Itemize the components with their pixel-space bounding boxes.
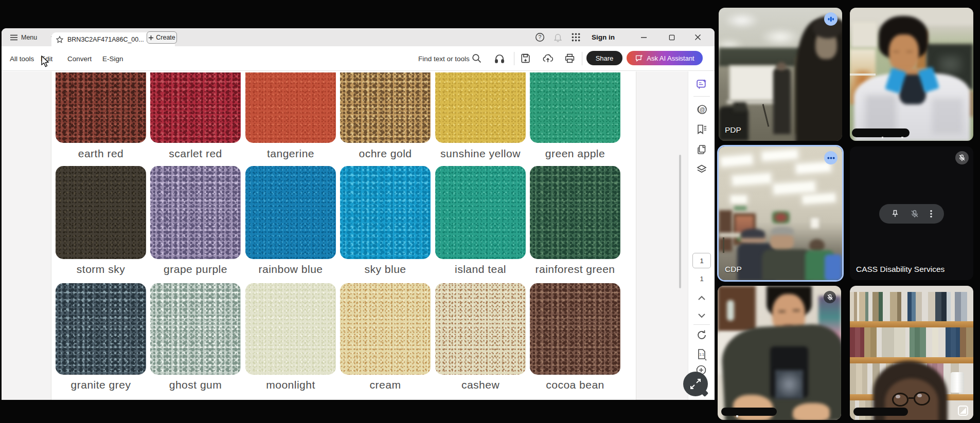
video-tile-cass[interactable]: CASS Disability Services <box>850 146 973 280</box>
rail-separator-2 <box>693 324 710 325</box>
swatch-texture <box>245 283 336 375</box>
swatch-scarlet-red: scarlet red <box>150 72 241 143</box>
window-close-button[interactable] <box>690 28 705 46</box>
menu-label: Menu <box>21 34 37 41</box>
swatch-grape-purple: grape purple <box>150 166 241 259</box>
menu-button[interactable]: Menu <box>10 28 37 46</box>
redacted-participant-name <box>852 128 910 137</box>
swatch-texture <box>340 72 431 143</box>
swatch-label: grape purple <box>150 263 241 275</box>
help-icon: ? <box>535 32 545 42</box>
swatch-texture <box>150 72 241 143</box>
swatch-moonlight: moonlight <box>245 283 336 375</box>
ai-assistant-panel-button[interactable] <box>696 78 708 90</box>
tab-esign[interactable]: E-Sign <box>102 46 123 71</box>
video-tile-participant-6[interactable] <box>850 286 973 420</box>
window-maximize-button[interactable] <box>664 28 680 46</box>
swatch-texture <box>435 72 526 143</box>
swatch-label: storm sky <box>56 263 146 275</box>
swatch-label: green apple <box>530 148 620 160</box>
swatch-rainbow-blue: rainbow blue <box>245 166 336 259</box>
search-icon[interactable] <box>471 53 483 64</box>
toolbar-separator <box>514 52 514 65</box>
rail-separator <box>693 96 710 97</box>
star-icon[interactable] <box>56 35 64 44</box>
create-label: Create <box>156 34 175 41</box>
tab-convert[interactable]: Convert <box>67 46 92 71</box>
participant-name: CDP <box>725 265 742 274</box>
participant-name: CASS Disability Services <box>856 265 945 274</box>
next-page-button[interactable] <box>696 309 708 322</box>
swatch-sunshine-yellow: sunshine yellow <box>435 72 526 143</box>
swatch-label: cocoa bean <box>530 379 620 391</box>
muted-indicator <box>955 151 969 164</box>
swatch-label: earth red <box>56 148 146 160</box>
picture-in-picture-icon[interactable] <box>958 406 968 416</box>
pin-icon[interactable] <box>891 210 899 218</box>
tab-all-tools[interactable]: All tools <box>10 46 34 71</box>
swatch-cashew: cashew <box>435 283 526 375</box>
page-fit-button[interactable]: 1:1 <box>696 348 708 360</box>
window-close-icon <box>694 34 701 41</box>
more-options-button[interactable] <box>824 151 838 164</box>
right-tools-rail: @ 1 1 1:1 <box>688 71 715 400</box>
bookmarks-panel-button[interactable] <box>696 123 708 136</box>
swatch-cocoa-bean: cocoa bean <box>530 283 620 375</box>
save-icon[interactable] <box>520 53 531 64</box>
swatch-ochre-gold: ochre gold <box>340 72 431 143</box>
swatch-texture <box>435 283 526 375</box>
apps-grid-button[interactable] <box>572 28 580 46</box>
window-minimize-button[interactable] <box>636 28 651 46</box>
layers-panel-button[interactable] <box>696 163 708 176</box>
redacted-participant-name <box>721 408 777 416</box>
video-tile-participant-2[interactable] <box>850 8 973 141</box>
swatch-label: cashew <box>435 379 526 391</box>
swatch-label: rainbow blue <box>245 263 336 275</box>
swatch-texture <box>340 166 431 259</box>
swatch-texture <box>435 166 526 259</box>
ask-ai-assistant-button[interactable]: Ask AI Assistant <box>627 51 703 65</box>
muted-indicator <box>824 291 836 303</box>
redacted-participant-name <box>853 408 908 416</box>
help-button[interactable]: ? <box>535 28 545 46</box>
swatch-label: tangerine <box>245 148 336 160</box>
swatch-label: cream <box>340 379 431 391</box>
expand-fullscreen-fab[interactable] <box>683 372 708 396</box>
expand-arrows-icon <box>689 378 702 390</box>
swatch-texture <box>56 166 146 259</box>
read-aloud-icon[interactable] <box>494 53 505 64</box>
swatch-island-teal: island teal <box>435 166 526 259</box>
swatch-tangerine: tangerine <box>245 72 336 143</box>
swatch-texture <box>245 72 336 143</box>
page-total-label: 1 <box>688 275 715 283</box>
titlebar: Menu BRN3C2AF471A86C_00... Create ? Sign… <box>2 28 715 46</box>
upload-cloud-icon[interactable] <box>542 53 554 64</box>
find-text-label[interactable]: Find text or tools <box>418 46 470 71</box>
refresh-button[interactable] <box>696 329 708 341</box>
vertical-scrollbar[interactable] <box>679 155 681 288</box>
plus-icon <box>148 35 154 41</box>
mic-off-icon[interactable] <box>911 210 919 218</box>
swatch-texture <box>340 283 431 375</box>
svg-text:?: ? <box>539 34 542 40</box>
previous-page-button[interactable] <box>696 292 708 305</box>
swatch-texture <box>530 283 620 375</box>
tab-title: BRN3C2AF471A86C_00... <box>67 36 144 43</box>
create-button[interactable]: Create <box>147 31 177 44</box>
swatch-sky-blue: sky blue <box>340 166 431 259</box>
page-number-input[interactable]: 1 <box>692 253 711 268</box>
swatch-texture <box>150 283 241 375</box>
comments-panel-button[interactable]: @ <box>696 104 708 116</box>
mouse-cursor <box>41 56 50 68</box>
participant-name: PDP <box>725 125 741 135</box>
print-icon[interactable] <box>564 53 576 64</box>
document-viewport[interactable]: earth redscarlet redtangerineochre golds… <box>2 71 688 400</box>
attachments-panel-button[interactable] <box>696 144 708 156</box>
more-vertical-icon[interactable] <box>930 210 932 218</box>
sign-in-button[interactable]: Sign in <box>592 28 615 46</box>
video-tile-participant-5[interactable] <box>718 286 841 420</box>
share-button[interactable]: Share <box>586 51 622 65</box>
video-tile-cdp[interactable]: CDP <box>719 146 842 280</box>
video-tile-pdp[interactable]: PDP <box>719 8 842 141</box>
notifications-button[interactable] <box>553 28 563 46</box>
